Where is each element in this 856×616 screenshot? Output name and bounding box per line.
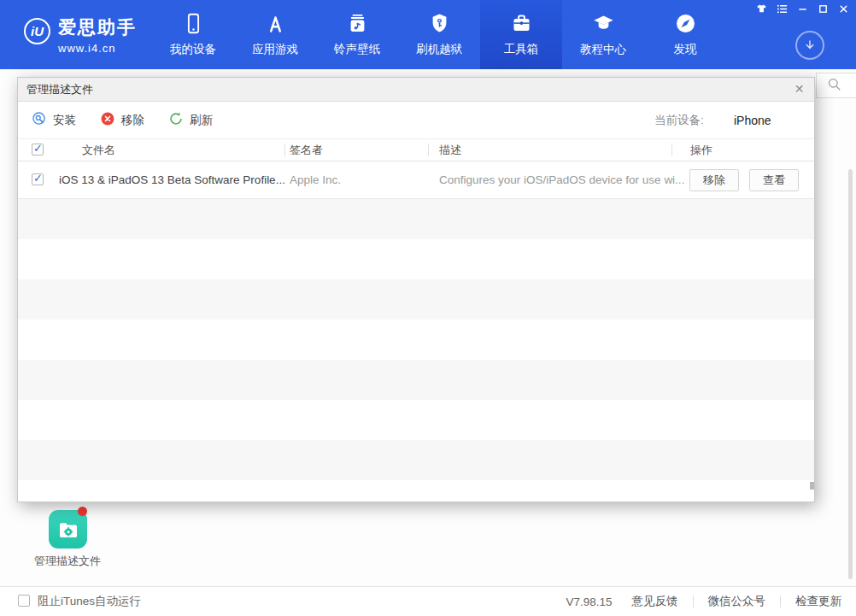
row-remove-button[interactable]: 移除 <box>689 169 739 191</box>
search-icon <box>826 76 842 96</box>
dialog-titlebar[interactable]: 管理描述文件 ✕ <box>18 78 814 102</box>
app-brand-name: 爱思助手 <box>58 15 137 39</box>
divider <box>693 595 694 607</box>
check-update-link[interactable]: 检查更新 <box>795 594 841 609</box>
app-brand-url: www.i4.cn <box>58 42 137 55</box>
status-bar: 阻止iTunes自动运行 V7.98.15 意见反馈 微信公众号 检查更新 <box>0 586 856 616</box>
tutorial-icon <box>592 12 615 35</box>
maximize-icon[interactable] <box>816 3 830 15</box>
ringtone-icon <box>346 12 369 35</box>
nav-tab-label: 我的设备 <box>170 42 216 57</box>
app-logo: iU 爱思助手 www.i4.cn <box>24 15 137 55</box>
nav-tab-label: 应用游戏 <box>252 42 298 57</box>
header-filename[interactable]: 文件名 <box>82 139 115 161</box>
skin-icon[interactable] <box>754 3 768 15</box>
search-input[interactable] <box>816 73 856 98</box>
header-actions[interactable]: 操作 <box>690 139 712 161</box>
column-divider[interactable] <box>428 144 429 156</box>
row-checkbox[interactable] <box>32 173 44 185</box>
current-device-label: 当前设备: <box>654 102 704 139</box>
nav-tab-my-devices[interactable]: 我的设备 <box>152 0 234 69</box>
refresh-button[interactable]: 刷新 <box>168 111 213 129</box>
nav-tab-label: 发现 <box>674 42 697 57</box>
version-text: V7.98.15 <box>566 595 612 608</box>
shortcut-label[interactable]: 管理描述文件 <box>16 554 119 569</box>
dialog-toolbar: 安装 移除 刷新 当前设备: iPhone <box>18 102 814 139</box>
header-description[interactable]: 描述 <box>439 139 461 161</box>
page-scrollbar[interactable] <box>848 169 853 579</box>
nav-tabs: 我的设备 应用游戏 铃声壁纸 刷机越狱 <box>152 0 726 69</box>
refresh-icon <box>168 111 184 129</box>
block-itunes-checkbox[interactable] <box>18 595 30 607</box>
top-navbar: iU 爱思助手 www.i4.cn 我的设备 应用游戏 <box>0 0 856 69</box>
manage-profiles-dialog: 管理描述文件 ✕ 安装 移除 刷新 当前设备: <box>17 77 815 502</box>
discover-icon <box>674 12 697 35</box>
feedback-link[interactable]: 意见反馈 <box>632 594 678 609</box>
column-divider[interactable] <box>284 144 285 156</box>
logo-monogram-icon: iU <box>24 18 50 44</box>
column-divider[interactable] <box>671 144 672 156</box>
nav-tab-apps-games[interactable]: 应用游戏 <box>234 0 316 69</box>
nav-tab-label: 铃声壁纸 <box>334 42 380 57</box>
minimize-icon[interactable] <box>795 3 809 15</box>
table-row[interactable]: iOS 13 & iPadOS 13 Beta Software Profile… <box>18 161 814 199</box>
remove-label: 移除 <box>121 113 144 128</box>
remove-button[interactable]: 移除 <box>100 111 144 129</box>
notification-dot <box>78 507 87 516</box>
empty-table-area <box>18 199 814 502</box>
appstore-icon <box>264 12 287 35</box>
nav-tab-discover[interactable]: 发现 <box>644 0 726 69</box>
row-signer: Apple Inc. <box>290 161 341 198</box>
device-icon <box>182 12 205 35</box>
list-icon[interactable] <box>775 3 789 15</box>
wechat-link[interactable]: 微信公众号 <box>708 594 766 609</box>
app-window: iU 爱思助手 www.i4.cn 我的设备 应用游戏 <box>0 0 856 616</box>
refresh-label: 刷新 <box>190 113 213 128</box>
dialog-close-icon[interactable]: ✕ <box>792 82 806 97</box>
install-button[interactable]: 安装 <box>32 111 76 129</box>
remove-icon <box>100 111 115 129</box>
nav-tab-tutorials[interactable]: 教程中心 <box>562 0 644 69</box>
nav-tab-label: 刷机越狱 <box>416 42 462 57</box>
install-label: 安装 <box>53 113 76 128</box>
table-header: 文件名 签名者 描述 操作 <box>18 139 814 161</box>
install-icon <box>32 111 47 129</box>
window-controls <box>754 3 850 15</box>
nav-tab-toolbox[interactable]: 工具箱 <box>480 0 562 69</box>
block-itunes-label[interactable]: 阻止iTunes自动运行 <box>38 587 141 616</box>
current-device-value[interactable]: iPhone <box>734 102 771 139</box>
nav-tab-ringtones-wallpapers[interactable]: 铃声壁纸 <box>316 0 398 69</box>
row-view-button[interactable]: 查看 <box>749 169 799 191</box>
divider <box>780 595 781 607</box>
row-description: Configures your iOS/iPadOS device for us… <box>439 161 684 198</box>
select-all-checkbox[interactable] <box>32 144 44 155</box>
close-icon[interactable] <box>836 3 850 15</box>
nav-tab-label: 工具箱 <box>504 42 539 57</box>
jailbreak-icon <box>428 12 451 35</box>
header-signer[interactable]: 签名者 <box>290 139 323 161</box>
download-circle-icon[interactable] <box>795 31 824 60</box>
dialog-title: 管理描述文件 <box>26 83 93 96</box>
nav-tab-flash-jailbreak[interactable]: 刷机越狱 <box>398 0 480 69</box>
nav-tab-label: 教程中心 <box>580 42 626 57</box>
row-filename: iOS 13 & iPadOS 13 Beta Software Profile… <box>59 161 285 198</box>
resize-grip[interactable] <box>810 482 814 490</box>
toolbox-icon <box>510 12 533 35</box>
